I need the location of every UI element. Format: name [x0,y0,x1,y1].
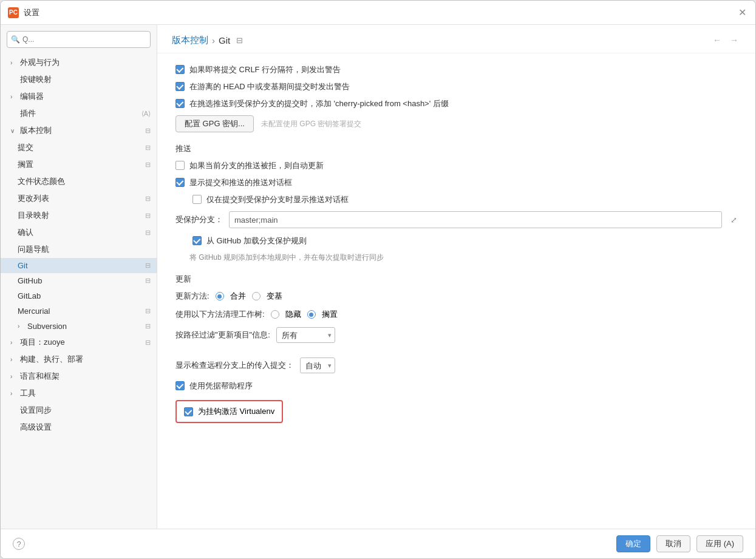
virtualenv-box: 为挂钩激活 Virtualenv [175,400,283,423]
sidebar-item-keymap[interactable]: › 按键映射 [1,71,157,88]
auto-update-option-row: 如果当前分支的推送被拒，则自动更新 [175,160,737,171]
sidebar-item-mercurial[interactable]: Mercurial ⊟ [1,303,157,319]
crlf-checkbox[interactable] [175,65,185,74]
search-input[interactable] [22,35,146,44]
breadcrumb-parent[interactable]: 版本控制 [172,35,208,46]
github-rule-checkbox[interactable] [192,236,202,245]
sidebar-item-label: 设置同步 [20,405,151,416]
expand-arrow-icon: › [10,339,18,346]
dialog-body: 🔍 › 外观与行为 › 按键映射 › 编辑器 › [1,25,755,529]
sidebar-item-label: 编辑器 [20,91,151,102]
detached-head-checkbox[interactable] [175,82,185,91]
sidebar-item-label: 搁置 [18,159,143,170]
sidebar-item-dir-mappings[interactable]: 目录映射 ⊟ [1,207,157,224]
close-button[interactable]: ✕ [736,7,748,19]
merge-label: 合并 [230,291,246,302]
path-filter-row: 按路径过滤"更新项目"信息: 所有 仅已选择的 无 [175,327,737,343]
sidebar: 🔍 › 外观与行为 › 按键映射 › 编辑器 › [1,25,157,529]
sidebar-item-tools[interactable]: › 工具 [1,385,157,402]
sidebar-item-confirm[interactable]: 确认 ⊟ [1,224,157,241]
forward-button[interactable]: → [727,33,741,47]
sidebar-item-label: 更改列表 [18,193,143,204]
pin-icon: ⊟ [145,262,151,269]
sidebar-item-vcs[interactable]: ∨ 版本控制 ⊟ [1,122,157,139]
merge-radio[interactable] [216,292,224,300]
show-dialog-option-row: 显示提交和推送的推送对话框 [175,177,737,188]
sidebar-item-label: 版本控制 [20,125,143,136]
expand-arrow-icon: › [10,93,18,100]
pin-icon: ⊟ [145,339,151,347]
cherry-pick-checkbox[interactable] [175,99,185,108]
expand-arrow-icon: ∨ [10,127,18,134]
path-filter-select[interactable]: 所有 仅已选择的 无 [276,327,335,343]
update-method-label: 更新方法: [175,291,209,302]
pin-icon: ⊟ [145,161,151,169]
search-box[interactable]: 🔍 [7,31,151,48]
sidebar-item-git[interactable]: Git ⊟ [1,258,157,273]
shelve-radio[interactable] [307,310,316,319]
sidebar-item-advanced[interactable]: › 高级设置 [1,419,157,436]
virtualenv-checkbox[interactable] [184,407,193,416]
translate-icon: ⟨A⟩ [141,110,151,118]
sidebar-item-build[interactable]: › 构建、执行、部署 [1,351,157,368]
incoming-commits-row: 显示检查远程分支上的传入提交： 自动 总是 从不 [175,357,737,373]
sidebar-item-label: 高级设置 [20,422,151,433]
protected-only-checkbox[interactable] [192,195,202,204]
sidebar-item-project[interactable]: › 项目：zuoye ⊟ [1,334,157,351]
sidebar-item-label: 确认 [18,227,143,238]
protected-branch-label: 受保护分支： [175,214,223,225]
stash-radio[interactable] [271,310,279,319]
sidebar-item-settings-sync[interactable]: › 设置同步 [1,402,157,419]
sidebar-item-commit[interactable]: 提交 ⊟ [1,139,157,156]
credentials-checkbox[interactable] [175,381,185,390]
github-rule-option-row: 从 GitHub 加载分支保护规则 [175,235,737,246]
gpg-configure-button[interactable]: 配置 GPG 密钥... [175,115,254,132]
pin-icon: ⊟ [145,229,151,237]
expand-arrow-icon: › [18,323,25,330]
sidebar-item-changelists[interactable]: 更改列表 ⊟ [1,190,157,207]
rebase-radio[interactable] [252,292,261,300]
sidebar-item-github[interactable]: GitHub ⊟ [1,273,157,288]
help-icon[interactable]: ? [13,538,25,550]
incoming-commits-select[interactable]: 自动 总是 从不 [300,357,335,373]
sidebar-item-label: 构建、执行、部署 [20,354,151,365]
auto-update-checkbox[interactable] [175,161,185,170]
sidebar-item-plugins[interactable]: › 插件 ⟨A⟩ [1,105,157,122]
sidebar-item-issue-nav[interactable]: 问题导航 [1,241,157,258]
ok-button[interactable]: 确定 [616,535,650,552]
show-dialog-label: 显示提交和推送的推送对话框 [189,177,292,188]
sidebar-item-shelf[interactable]: 搁置 ⊟ [1,156,157,173]
sidebar-item-file-status-color[interactable]: 文件状态颜色 [1,173,157,190]
detached-head-option-row: 在游离的 HEAD 中或变基期间提交时发出警告 [175,81,737,92]
content-header: 版本控制 › Git ⊟ ← → [157,25,755,53]
sidebar-item-label: 目录映射 [18,210,143,221]
shelve-label: 搁置 [322,309,338,320]
back-button[interactable]: ← [710,33,724,47]
breadcrumb-pin-icon[interactable]: ⊟ [236,36,243,45]
main-panel: 版本控制 › Git ⊟ ← → 如果即将提交 CRLF 行分隔符，则发出警告 [157,25,755,529]
sidebar-item-label: Subversion [27,322,143,331]
sidebar-item-gitlab[interactable]: GitLab [1,288,157,303]
sidebar-item-appearance[interactable]: › 外观与行为 [1,54,157,71]
breadcrumb-current: Git [219,35,230,46]
expand-icon[interactable]: ⤢ [730,215,737,225]
show-dialog-checkbox[interactable] [175,178,185,187]
pin-icon: ⊟ [145,212,151,220]
sidebar-item-editor[interactable]: › 编辑器 [1,88,157,105]
sidebar-item-label: 外观与行为 [20,57,151,68]
pin-icon: ⊟ [145,322,151,330]
apply-button[interactable]: 应用 (A) [696,535,743,552]
nav-arrows: ← → [710,33,741,47]
protected-branch-input[interactable] [229,211,722,228]
settings-dialog: PC 设置 ✕ 🔍 › 外观与行为 › 按键映射 › [0,0,756,559]
clean-working-tree-row: 使用以下方法清理工作树: 隐藏 搁置 [175,309,737,320]
sidebar-item-label: GitHub [18,276,143,285]
gpg-row: 配置 GPG 密钥... 未配置使用 GPG 密钥签署提交 [175,115,737,132]
cancel-button[interactable]: 取消 [656,535,690,552]
cherry-pick-option-row: 在挑选推送到受保护分支的提交时，添加 'cherry-picked from <… [175,98,737,109]
protected-only-option-row: 仅在提交到受保护分支时显示推送对话框 [175,194,737,205]
crlf-label: 如果即将提交 CRLF 行分隔符，则发出警告 [189,64,341,75]
sidebar-item-subversion[interactable]: › Subversion ⊟ [1,319,157,334]
sidebar-item-lang[interactable]: › 语言和框架 [1,368,157,385]
search-icon: 🔍 [11,35,20,44]
